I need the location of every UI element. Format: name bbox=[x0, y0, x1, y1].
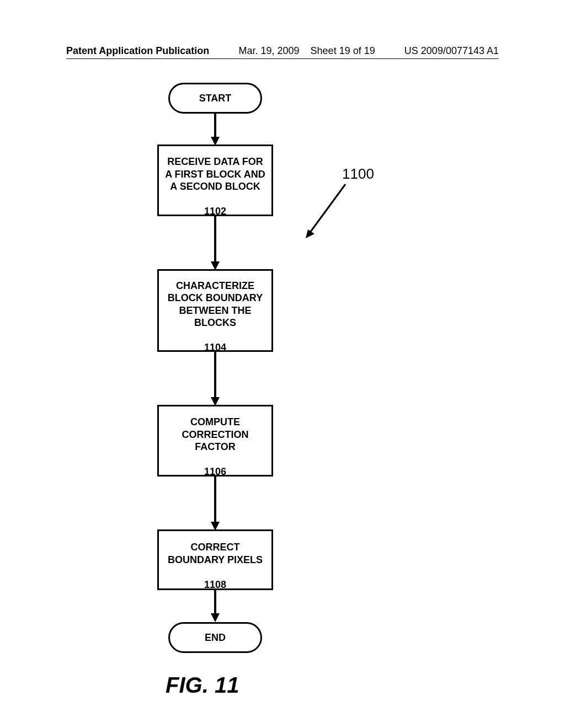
arrow-down-icon bbox=[210, 590, 220, 623]
svg-marker-11 bbox=[306, 229, 315, 238]
process-compute: COMPUTE CORRECTION FACTOR 1106 bbox=[157, 405, 273, 477]
header-pubtype: Patent Application Publication bbox=[66, 45, 209, 57]
header-date: Mar. 19, 2009 bbox=[239, 45, 300, 56]
header-rule bbox=[66, 58, 499, 59]
terminator-start: START bbox=[168, 83, 262, 114]
step4-text: CORRECT BOUNDARY PIXELS bbox=[168, 542, 263, 565]
step3-num: 1106 bbox=[204, 466, 226, 477]
svg-marker-9 bbox=[211, 613, 220, 622]
step4-num: 1108 bbox=[204, 579, 226, 590]
page-header: Patent Application Publication Mar. 19, … bbox=[66, 45, 499, 57]
arrow-down-icon bbox=[210, 352, 220, 407]
header-pubno: US 2009/0077143 A1 bbox=[404, 45, 499, 57]
process-correct: CORRECT BOUNDARY PIXELS 1108 bbox=[157, 529, 273, 590]
process-characterize: CHARACTERIZE BLOCK BOUNDARY BETWEEN THE … bbox=[157, 269, 273, 352]
svg-line-10 bbox=[309, 184, 345, 234]
step3-text: COMPUTE CORRECTION FACTOR bbox=[182, 416, 249, 452]
step1-text: RECEIVE DATA FOR A FIRST BLOCK AND A SEC… bbox=[165, 156, 265, 192]
leader-arrow-icon bbox=[302, 182, 352, 243]
header-date-sheet: Mar. 19, 2009 Sheet 19 of 19 bbox=[239, 45, 375, 57]
terminator-end: END bbox=[168, 622, 262, 653]
start-label: START bbox=[199, 92, 232, 105]
step2-text: CHARACTERIZE BLOCK BOUNDARY BETWEEN THE … bbox=[168, 280, 263, 329]
header-sheet: Sheet 19 of 19 bbox=[311, 45, 375, 56]
patent-page: Patent Application Publication Mar. 19, … bbox=[0, 0, 565, 728]
arrow-down-icon bbox=[210, 477, 220, 532]
step1-num: 1102 bbox=[204, 206, 226, 217]
process-receive-data: RECEIVE DATA FOR A FIRST BLOCK AND A SEC… bbox=[157, 144, 273, 216]
figure-ref-number: 1100 bbox=[342, 165, 374, 183]
arrow-down-icon bbox=[210, 114, 220, 147]
end-label: END bbox=[205, 631, 226, 644]
figure-caption: FIG. 11 bbox=[166, 673, 239, 698]
arrow-down-icon bbox=[210, 216, 220, 271]
